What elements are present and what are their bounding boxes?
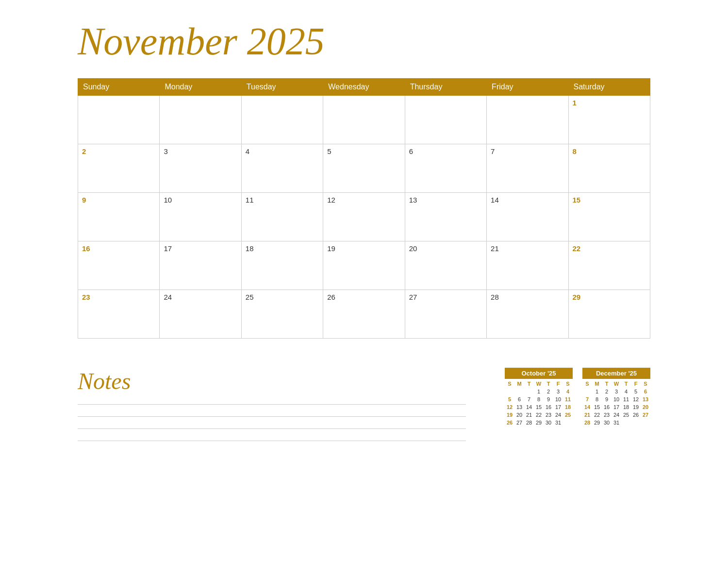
notes-left: Notes: [78, 368, 466, 441]
mini-cal-cell: 18: [621, 403, 631, 411]
calendar-cell: 22: [568, 241, 650, 290]
mini-cal-cell: 31: [612, 419, 621, 427]
october-table: SMTWTFS 12345678910111213141516171819202…: [505, 380, 573, 427]
mini-cal-cell: 23: [602, 411, 612, 419]
mini-day-header: T: [621, 380, 631, 388]
mini-cal-cell: 2: [602, 388, 612, 395]
calendar-cell: 4: [241, 144, 323, 193]
december-header: December '25: [582, 368, 650, 379]
mini-cal-cell: 7: [524, 395, 534, 403]
notes-lines: [78, 404, 466, 441]
mini-cal-cell: 14: [524, 403, 534, 411]
mini-cal-cell: 22: [534, 411, 544, 419]
mini-day-header: S: [582, 380, 592, 388]
mini-cal-october: October '25 SMTWTFS 12345678910111213141…: [505, 368, 573, 427]
mini-cal-cell: 29: [534, 419, 544, 427]
mini-cal-cell: 31: [553, 419, 563, 427]
mini-cal-cell: 16: [544, 403, 553, 411]
mini-cal-cell: 3: [553, 388, 563, 395]
calendar-cell: [487, 96, 568, 144]
calendar-cell: 17: [160, 241, 241, 290]
mini-cal-cell: 13: [514, 403, 524, 411]
mini-cal-cell: 15: [534, 403, 544, 411]
mini-cal-cell: 25: [563, 411, 573, 419]
mini-cal-cell: 17: [612, 403, 621, 411]
mini-day-header: T: [544, 380, 553, 388]
mini-cal-cell: 17: [553, 403, 563, 411]
calendar-cell: 3: [160, 144, 241, 193]
calendar-cell: [160, 96, 241, 144]
col-header-friday: Friday: [487, 79, 568, 96]
col-header-tuesday: Tuesday: [241, 79, 323, 96]
mini-cal-cell: 6: [514, 395, 524, 403]
calendar-cell: 23: [78, 290, 160, 339]
mini-cal-cell: 14: [582, 403, 592, 411]
calendar-cell: 25: [241, 290, 323, 339]
notes-line: [78, 416, 466, 417]
calendar-cell: 15: [568, 193, 650, 241]
mini-cal-cell: 22: [592, 411, 602, 419]
col-header-sunday: Sunday: [78, 79, 160, 96]
mini-cal-cell: 11: [563, 395, 573, 403]
calendar-cell: [405, 96, 486, 144]
notes-title: Notes: [78, 368, 466, 394]
mini-day-header: W: [534, 380, 544, 388]
mini-cal-cell: [641, 419, 650, 427]
col-header-saturday: Saturday: [568, 79, 650, 96]
mini-day-header: T: [524, 380, 534, 388]
col-header-wednesday: Wednesday: [323, 79, 405, 96]
mini-cal-cell: [631, 419, 641, 427]
mini-cal-cell: 30: [544, 419, 553, 427]
mini-day-header: F: [631, 380, 641, 388]
mini-cal-cell: 26: [631, 411, 641, 419]
mini-day-header: S: [563, 380, 573, 388]
mini-cal-cell: 27: [514, 419, 524, 427]
mini-cal-cell: [524, 388, 534, 395]
mini-cal-cell: 27: [641, 411, 650, 419]
calendar-cell: 21: [487, 241, 568, 290]
mini-cal-cell: 24: [612, 411, 621, 419]
calendar-cell: 27: [405, 290, 486, 339]
mini-cal-cell: [621, 419, 631, 427]
calendar-cell: 9: [78, 193, 160, 241]
mini-cal-cell: 15: [592, 403, 602, 411]
mini-cal-cell: 28: [582, 419, 592, 427]
col-header-monday: Monday: [160, 79, 241, 96]
notes-section: Notes October '25 SMTWTFS 12345678910111…: [78, 368, 650, 441]
mini-day-header: M: [592, 380, 602, 388]
mini-cal-cell: 10: [612, 395, 621, 403]
mini-cal-cell: 7: [582, 395, 592, 403]
calendar-cell: 14: [487, 193, 568, 241]
calendar-cell: [78, 96, 160, 144]
mini-cal-december: December '25 SMTWTFS 1234567891011121314…: [582, 368, 650, 427]
calendar-cell: 11: [241, 193, 323, 241]
mini-cal-cell: [514, 388, 524, 395]
notes-line: [78, 404, 466, 405]
mini-cal-cell: 16: [602, 403, 612, 411]
calendar-cell: 7: [487, 144, 568, 193]
mini-cal-cell: 3: [612, 388, 621, 395]
page-title: November 2025: [78, 19, 650, 64]
notes-line: [78, 428, 466, 429]
calendar-cell: 12: [323, 193, 405, 241]
mini-cal-cell: 19: [631, 403, 641, 411]
mini-cal-cell: 10: [553, 395, 563, 403]
mini-cal-cell: 4: [563, 388, 573, 395]
mini-cal-cell: 6: [641, 388, 650, 395]
mini-cal-cell: 29: [592, 419, 602, 427]
mini-cal-cell: 11: [621, 395, 631, 403]
calendar-cell: 18: [241, 241, 323, 290]
calendar-cell: 26: [323, 290, 405, 339]
mini-cal-cell: 21: [524, 411, 534, 419]
calendar-cell: 24: [160, 290, 241, 339]
mini-cal-cell: 4: [621, 388, 631, 395]
calendar-cell: 6: [405, 144, 486, 193]
mini-cal-cell: 24: [553, 411, 563, 419]
mini-cal-cell: 21: [582, 411, 592, 419]
calendar-cell: 5: [323, 144, 405, 193]
mini-cal-cell: 25: [621, 411, 631, 419]
mini-calendars: October '25 SMTWTFS 12345678910111213141…: [505, 368, 650, 427]
calendar-cell: 8: [568, 144, 650, 193]
mini-day-header: S: [641, 380, 650, 388]
calendar-cell: 29: [568, 290, 650, 339]
